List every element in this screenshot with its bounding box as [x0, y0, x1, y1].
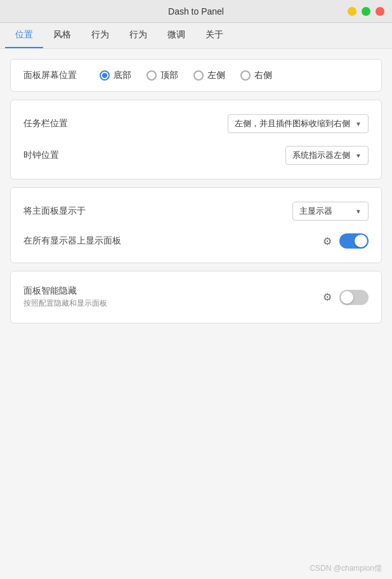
monitor-dropdown-arrow: ▼: [355, 208, 362, 215]
tab-behavior1[interactable]: 行为: [81, 23, 119, 48]
clock-dropdown-value: 系统指示器左侧: [292, 150, 350, 161]
taskbar-dropdown[interactable]: 左侧，并且插件图标收缩到右侧 ▼: [228, 114, 369, 133]
monitor-card: 将主面板显示于 主显示器 ▼ 在所有显示器上显示面板 ⚙: [10, 187, 382, 263]
clock-label: 时钟位置: [23, 150, 59, 161]
autohide-toggle[interactable]: [339, 290, 369, 305]
all-monitors-toggle-knob: [355, 235, 367, 247]
radio-left-circle: [193, 70, 204, 81]
titlebar-title: Dash to Panel: [168, 6, 224, 16]
tab-finetune[interactable]: 微调: [157, 23, 195, 48]
maximize-button[interactable]: [362, 7, 370, 16]
tabbar: 位置 风格 行为 行为 微调 关于: [0, 23, 392, 49]
radio-top[interactable]: 顶部: [147, 70, 178, 81]
minimize-button[interactable]: [348, 7, 356, 16]
tab-behavior2[interactable]: 行为: [119, 23, 157, 48]
clock-row: 时钟位置 系统指示器左侧 ▼: [23, 142, 369, 169]
radio-left[interactable]: 左侧: [193, 70, 225, 81]
autohide-label: 面板智能隐藏: [23, 285, 107, 297]
tab-position[interactable]: 位置: [5, 23, 43, 48]
autohide-sublabel: 按照配置隐藏和显示面板: [23, 298, 107, 309]
taskbar-label: 任务栏位置: [23, 118, 68, 129]
all-monitors-row: 在所有显示器上显示面板 ⚙: [23, 230, 369, 252]
autohide-gear-icon[interactable]: ⚙: [320, 290, 334, 304]
all-monitors-toggle-container: ⚙: [320, 233, 369, 249]
monitor-label: 将主面板显示于: [23, 205, 86, 217]
monitor-dropdown-value: 主显示器: [299, 205, 332, 217]
content-area: 面板屏幕位置 底部 顶部 左侧 右侧: [0, 49, 392, 334]
monitor-row: 将主面板显示于 主显示器 ▼: [23, 198, 369, 224]
all-monitors-gear-icon[interactable]: ⚙: [320, 234, 334, 248]
radio-right-circle: [240, 70, 251, 81]
tab-style[interactable]: 风格: [43, 23, 81, 48]
clock-dropdown[interactable]: 系统指示器左侧 ▼: [285, 146, 369, 165]
taskbar-card: 任务栏位置 左侧，并且插件图标收缩到右侧 ▼ 时钟位置 系统指示器左侧 ▼: [10, 100, 382, 179]
all-monitors-label: 在所有显示器上显示面板: [23, 235, 121, 247]
panel-position-row: 面板屏幕位置 底部 顶部 左侧 右侧: [23, 70, 369, 81]
autohide-label-group: 面板智能隐藏 按照配置隐藏和显示面板: [23, 285, 107, 309]
taskbar-row: 任务栏位置 左侧，并且插件图标收缩到右侧 ▼: [23, 110, 369, 137]
radio-left-label: 左侧: [207, 70, 225, 81]
radio-top-circle: [147, 70, 157, 81]
radio-top-label: 顶部: [160, 70, 178, 81]
radio-bottom-label: 底部: [114, 70, 131, 81]
titlebar: Dash to Panel: [0, 0, 392, 23]
radio-bottom-circle: [100, 70, 110, 81]
panel-position-card: 面板屏幕位置 底部 顶部 左侧 右侧: [10, 59, 382, 92]
all-monitors-toggle[interactable]: [339, 233, 369, 249]
monitor-dropdown[interactable]: 主显示器 ▼: [292, 202, 369, 221]
watermark: CSDN @champion儒: [310, 563, 382, 574]
taskbar-dropdown-arrow: ▼: [355, 120, 362, 127]
autohide-toggle-knob: [341, 291, 353, 304]
autohide-toggle-container: ⚙: [320, 290, 369, 305]
taskbar-dropdown-value: 左侧，并且插件图标收缩到右侧: [235, 118, 350, 129]
panel-position-label: 面板屏幕位置: [23, 70, 87, 81]
radio-right[interactable]: 右侧: [240, 70, 272, 81]
clock-dropdown-arrow: ▼: [355, 152, 362, 159]
titlebar-buttons: [348, 7, 384, 16]
autohide-row: 面板智能隐藏 按照配置隐藏和显示面板 ⚙: [23, 282, 369, 313]
tab-about[interactable]: 关于: [195, 23, 233, 48]
autohide-card: 面板智能隐藏 按照配置隐藏和显示面板 ⚙: [10, 271, 382, 323]
radio-right-label: 右侧: [254, 70, 272, 81]
panel-position-radio-group: 底部 顶部 左侧 右侧: [100, 70, 272, 81]
close-button[interactable]: [376, 7, 384, 16]
radio-bottom[interactable]: 底部: [100, 70, 131, 81]
